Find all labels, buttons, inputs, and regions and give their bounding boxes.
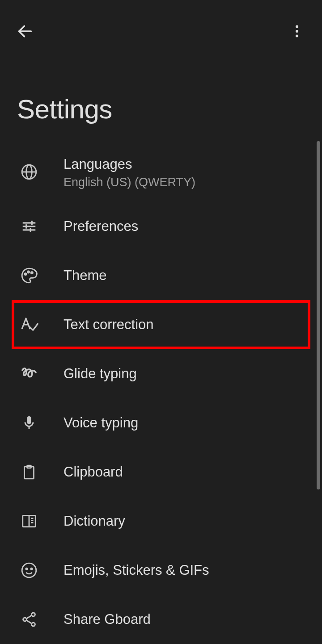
settings-item-emojis[interactable]: Emojis, Stickers & GIFs [0,546,322,595]
svg-point-1 [296,25,298,28]
item-title: Emojis, Stickers & GIFs [64,561,209,580]
settings-item-glide-typing[interactable]: Glide typing [0,349,322,398]
settings-item-dictionary[interactable]: Dictionary [0,497,322,546]
settings-item-voice-typing[interactable]: Voice typing [0,398,322,447]
more-vert-icon [289,23,305,39]
more-options-button[interactable] [286,21,308,42]
svg-point-14 [27,271,29,273]
settings-item-clipboard[interactable]: Clipboard [0,447,322,497]
svg-point-24 [22,563,36,577]
app-bar [0,0,322,54]
item-title: Theme [64,266,106,285]
settings-item-preferences[interactable]: Preferences [0,202,322,251]
emoji-icon [18,559,40,581]
item-title: Share Gboard [64,610,151,629]
settings-item-text-correction[interactable]: Text correction [12,300,310,349]
scroll-indicator[interactable] [317,141,320,489]
svg-point-26 [31,568,32,569]
page-title: Settings [0,54,322,138]
globe-icon [18,161,40,183]
svg-line-30 [26,615,32,619]
svg-point-15 [31,272,33,273]
svg-point-13 [25,273,26,275]
mic-icon [18,412,40,434]
item-title: Dictionary [64,512,125,531]
settings-item-share[interactable]: Share Gboard [0,595,322,644]
item-title: Glide typing [64,364,137,383]
text-correction-icon [18,314,40,336]
settings-list: Languages English (US) (QWERTY) Preferen… [0,138,322,644]
svg-point-25 [26,568,27,569]
tune-icon [18,215,40,238]
share-icon [18,608,40,631]
item-title: Languages [64,155,195,174]
clipboard-icon [18,461,40,483]
palette-icon [18,264,40,287]
back-button[interactable] [14,21,36,42]
item-title: Preferences [64,217,138,236]
item-title: Voice typing [64,414,138,432]
svg-line-31 [26,620,32,623]
arrow-left-icon [16,22,34,40]
gesture-icon [18,363,40,385]
settings-item-languages[interactable]: Languages English (US) (QWERTY) [0,142,322,202]
item-subtitle: English (US) (QWERTY) [64,176,195,189]
svg-point-2 [296,30,298,33]
svg-point-3 [296,35,298,38]
item-title: Text correction [64,315,154,334]
book-icon [18,510,40,532]
item-title: Clipboard [64,463,123,481]
settings-item-theme[interactable]: Theme [0,251,322,300]
